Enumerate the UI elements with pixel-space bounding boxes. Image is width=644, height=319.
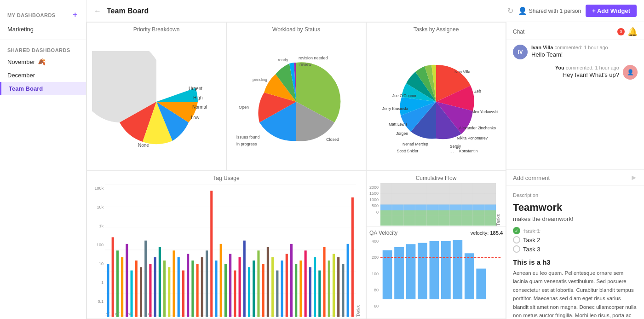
- dashboard-grid: Priority Breakdown U: [86, 22, 644, 319]
- task-1-check[interactable]: ✓: [513, 227, 520, 234]
- svg-rect-73: [286, 254, 288, 317]
- svg-text:Joe O'Connor: Joe O'Connor: [392, 93, 416, 98]
- cumulative-chart-area: 22.Dec 24.Dec 26.Dec 28.Dec 30.Dec 1. Ja…: [380, 183, 496, 226]
- refresh-icon[interactable]: ↻: [507, 6, 513, 15]
- svg-rect-43: [144, 240, 147, 317]
- description-label: Description: [513, 192, 638, 198]
- svg-rect-45: [154, 257, 156, 317]
- svg-rect-36: [112, 237, 114, 317]
- svg-text:Matt Lewis: Matt Lewis: [389, 122, 408, 127]
- chat-widget: Chat 3 🔔 IV Ivan Villa commented: 1 hour…: [506, 22, 644, 319]
- svg-rect-51: [182, 270, 184, 317]
- cumulative-y-label: Tasks: [496, 183, 501, 226]
- my-dashboards-section: MY DASHBOARDS ＋: [0, 5, 86, 23]
- svg-rect-84: [337, 257, 339, 317]
- svg-rect-64: [243, 240, 246, 317]
- svg-rect-83: [333, 254, 335, 317]
- svg-text:review: review: [299, 62, 312, 67]
- task-2-check[interactable]: [513, 236, 520, 244]
- svg-text:ready: ready: [278, 58, 288, 62]
- svg-rect-70: [271, 257, 274, 317]
- svg-rect-57: [210, 191, 213, 317]
- description-title: Teamwork: [513, 202, 638, 214]
- task-item-3: Task 3: [513, 245, 638, 253]
- back-icon[interactable]: ←: [94, 7, 101, 15]
- svg-rect-44: [149, 264, 151, 317]
- svg-rect-86: [347, 244, 349, 317]
- tag-x-labels: 1.0 anyfeat bug bounty canny: [105, 313, 356, 317]
- svg-rect-38: [121, 257, 123, 317]
- svg-rect-103: [418, 243, 427, 299]
- svg-text:Normal: Normal: [192, 104, 207, 110]
- svg-rect-78: [309, 267, 311, 317]
- priority-chart: Urgent High Normal Low None None: [87, 34, 226, 170]
- svg-rect-79: [314, 257, 316, 317]
- svg-rect-105: [441, 241, 451, 299]
- add-dashboard-icon[interactable]: ＋: [71, 10, 79, 20]
- sidebar-item-team-board[interactable]: Team Board: [0, 82, 86, 95]
- svg-text:Ivan Villa: Ivan Villa: [454, 70, 471, 74]
- assignee-chart: Ivan Villa Zeb Joe O'Connor Alex Yurkows…: [367, 34, 506, 170]
- chat-header: Chat 3 🔔: [506, 22, 644, 40]
- sidebar-item-marketing[interactable]: Marketing: [0, 23, 86, 36]
- svg-rect-69: [267, 247, 269, 317]
- svg-text:Nenad Merćep: Nenad Merćep: [402, 142, 428, 146]
- priority-widget: Priority Breakdown U: [86, 22, 226, 171]
- svg-text:issues found: issues found: [236, 135, 260, 139]
- svg-rect-53: [191, 260, 194, 317]
- svg-rect-104: [430, 241, 439, 299]
- sidebar-item-december[interactable]: December: [0, 69, 86, 82]
- topbar: ← Team Board ↻ 👤 Shared with 1 person + …: [86, 0, 644, 22]
- task-3-check[interactable]: [513, 245, 520, 253]
- chat-title: Chat: [513, 29, 524, 35]
- cumulative-widget: Cumulative Flow 2000 1500 1000 500 0: [366, 171, 506, 319]
- svg-rect-74: [290, 244, 293, 317]
- add-widget-button[interactable]: + Add Widget: [586, 5, 637, 17]
- svg-rect-72: [281, 260, 283, 317]
- task-3-label: Task 3: [523, 246, 540, 253]
- svg-rect-37: [116, 250, 119, 317]
- description-subtitle: makes the dreamwork!: [513, 215, 638, 222]
- page-title: Team Board: [107, 7, 502, 15]
- assignee-widget: Tasks by Assignee Iv: [366, 22, 506, 171]
- svg-text:Alex Yurkowski: Alex Yurkowski: [472, 110, 498, 114]
- svg-text:pending: pending: [253, 77, 267, 82]
- cumulative-widget-title: Cumulative Flow: [367, 171, 506, 182]
- svg-rect-75: [295, 264, 297, 317]
- svg-text:None: None: [138, 143, 149, 148]
- tag-y-label: Tasks: [356, 184, 361, 317]
- svg-text:Nikita Ponomarev: Nikita Ponomarev: [457, 136, 488, 140]
- my-dashboards-label: MY DASHBOARDS: [7, 12, 56, 18]
- cumulative-y-axis: 2000 1500 1000 500 0: [368, 183, 380, 226]
- chat-send-icon[interactable]: ►: [630, 174, 638, 182]
- description-h3: This is a h3: [513, 258, 638, 266]
- chat-settings-icon[interactable]: 🔔: [627, 27, 638, 37]
- chat-input[interactable]: [513, 174, 627, 181]
- svg-rect-54: [196, 264, 199, 317]
- task-item-1: ✓ Task 1: [513, 227, 638, 234]
- svg-text:Urgent: Urgent: [189, 86, 202, 91]
- qa-chart-area: [380, 238, 502, 318]
- svg-rect-63: [239, 257, 241, 317]
- svg-text:Scott Snider: Scott Snider: [397, 149, 418, 152]
- svg-rect-41: [135, 260, 138, 317]
- svg-rect-68: [262, 264, 264, 317]
- description-panel: Description Teamwork makes the dreamwork…: [506, 186, 644, 319]
- self-avatar: 👤: [623, 65, 638, 80]
- chat-message-ivan: IV Ivan Villa commented: 1 hour ago Hell…: [513, 45, 638, 59]
- svg-rect-61: [229, 254, 231, 317]
- svg-rect-49: [172, 250, 175, 317]
- ivan-avatar: IV: [513, 45, 528, 59]
- svg-rect-71: [276, 270, 278, 317]
- svg-rect-65: [248, 267, 250, 317]
- svg-rect-85: [342, 264, 344, 317]
- svg-text:revision needed: revision needed: [299, 56, 328, 60]
- svg-text:Closed: Closed: [326, 137, 339, 142]
- sidebar-item-november[interactable]: November 🍂: [0, 55, 86, 69]
- svg-rect-81: [323, 247, 325, 317]
- svg-rect-76: [299, 260, 302, 317]
- task-1-label: Task 1: [523, 227, 540, 234]
- svg-rect-67: [257, 250, 259, 317]
- svg-text:Jorgen: Jorgen: [396, 131, 408, 136]
- svg-rect-62: [234, 270, 236, 317]
